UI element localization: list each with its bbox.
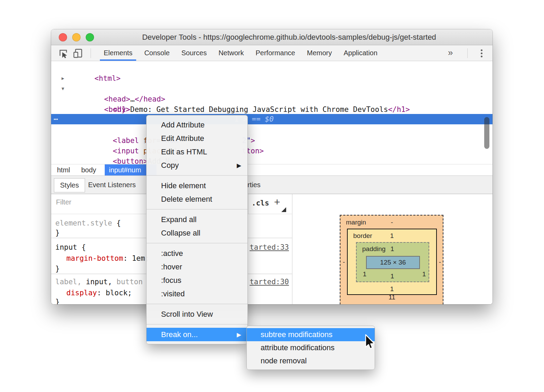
submenu-arrow-icon: ▶	[237, 328, 241, 342]
filter-group-divider	[248, 194, 248, 214]
tab-console[interactable]: Console	[138, 45, 175, 61]
inspect-element-icon[interactable]	[58, 48, 68, 60]
toolbar-divider-right	[467, 48, 468, 58]
node-options-dots-icon[interactable]: ⋯	[54, 114, 59, 124]
collapse-arrow-icon[interactable]: ▼	[62, 84, 64, 94]
panel-tabs: Elements Console Sources Network Perform…	[98, 45, 383, 61]
expand-arrow-icon[interactable]: ▶	[62, 73, 64, 84]
titlebar: Developer Tools - https://googlechrome.g…	[51, 29, 493, 45]
box-model-padding[interactable]: padding 1 1 1 1 125 × 36	[356, 242, 429, 282]
dom-row-button[interactable]: <button>Add Num tton>	[51, 146, 493, 156]
dom-row-input1-selected[interactable]: ⋯ <input placehol 1"> == $0	[51, 114, 493, 124]
box-model-diagram: margin - - - 11 1 1 border 1 1 padding 1	[340, 215, 443, 304]
tab-styles[interactable]: Styles	[54, 178, 85, 192]
tab-sources[interactable]: Sources	[176, 45, 213, 61]
context-menu: Add Attribute Edit Attribute Edit as HTM…	[146, 115, 248, 344]
dom-row-head[interactable]: ▶ <head>…</head>	[51, 73, 493, 84]
sidebar-tabs: Styles Event Listeners rties	[51, 175, 493, 194]
tab-performance[interactable]: Performance	[250, 45, 301, 61]
border-top-value[interactable]: 1	[388, 232, 396, 240]
submenu-item-subtree-modifications[interactable]: subtree modifications	[247, 328, 375, 341]
padding-bottom-value[interactable]: 1	[388, 273, 396, 280]
source-link-33[interactable]: tarted:33	[250, 242, 289, 252]
box-model-border[interactable]: border 1 1 padding 1 1 1 1 125 × 36	[347, 229, 437, 295]
screen: Developer Tools - https://googlechrome.g…	[0, 0, 544, 392]
menu-item-pseudo-active[interactable]: :active	[147, 247, 247, 260]
menu-item-expand-all[interactable]: Expand all	[147, 213, 247, 226]
padding-left-value[interactable]: 1	[361, 270, 368, 278]
tab-properties-partial[interactable]: rties	[247, 176, 261, 194]
rule-group-declaration[interactable]: display: block;	[66, 288, 132, 298]
resize-grip-icon[interactable]	[281, 207, 286, 212]
traffic-lights	[59, 33, 94, 41]
dom-row-h1[interactable]: <h1>Demo: Get Started Debugging JavaScri…	[51, 94, 493, 104]
menu-item-pseudo-visited[interactable]: :visited	[147, 287, 247, 300]
break-on-submenu: subtree modifications attribute modifica…	[246, 326, 375, 370]
padding-right-value[interactable]: 1	[420, 270, 428, 278]
tab-elements[interactable]: Elements	[98, 45, 138, 61]
cls-button[interactable]: .cls	[252, 199, 269, 207]
rule-input-close: }	[55, 264, 60, 274]
dom-row-html[interactable]: <html>	[51, 63, 493, 73]
tab-application[interactable]: Application	[338, 45, 383, 61]
dom-row-body[interactable]: ▼ <body>	[51, 84, 493, 94]
menu-item-delete-element[interactable]: Delete element	[147, 192, 247, 206]
device-toolbar-icon[interactable]	[73, 48, 84, 60]
menu-item-collapse-all[interactable]: Collapse all	[147, 226, 247, 240]
devtools-toolbar: Elements Console Sources Network Perform…	[51, 45, 493, 61]
border-bottom-value[interactable]: 1	[388, 285, 396, 293]
menu-item-break-on[interactable]: Break on...▶	[147, 328, 247, 341]
padding-label: padding	[362, 245, 386, 253]
menu-item-edit-as-html[interactable]: Edit as HTML	[147, 145, 247, 159]
margin-left-value[interactable]: -	[340, 258, 348, 266]
rule-group-selector[interactable]: label, input, button	[55, 277, 143, 287]
tab-network[interactable]: Network	[213, 45, 250, 61]
submenu-item-attribute-modifications[interactable]: attribute modifications	[247, 341, 375, 354]
margin-right-value[interactable]: -	[436, 258, 444, 266]
padding-top-value[interactable]: 1	[388, 245, 396, 253]
dollar-zero-badge: == $0	[247, 115, 274, 123]
menu-item-pseudo-focus[interactable]: :focus	[147, 274, 247, 287]
dom-row-label1[interactable]: <label for="num1">Number 1</label>	[51, 104, 493, 115]
breadcrumb: html body input#num	[51, 164, 493, 175]
submenu-arrow-icon: ▶	[237, 159, 241, 172]
breadcrumb-html[interactable]: html	[57, 164, 70, 176]
styles-pane: .cls + element.style { } input { tarted:…	[51, 194, 493, 304]
menu-item-add-attribute[interactable]: Add Attribute	[147, 118, 247, 132]
submenu-item-node-removal[interactable]: node removal	[247, 354, 375, 367]
dom-row-input2[interactable]: <input placehol 2">	[51, 135, 493, 146]
source-link-30[interactable]: tarted:30	[250, 277, 289, 287]
devtools-menu-icon[interactable]	[477, 49, 486, 58]
new-style-rule-button[interactable]: +	[274, 196, 280, 208]
window-title: Developer Tools - https://googlechrome.g…	[93, 29, 486, 45]
tab-event-listeners[interactable]: Event Listeners	[88, 176, 136, 194]
box-model-content[interactable]: 125 × 36	[366, 256, 420, 269]
dom-scrollbar-thumb[interactable]	[484, 117, 489, 149]
menu-separator	[147, 175, 247, 176]
more-tabs-icon[interactable]: »	[445, 45, 456, 61]
menu-item-scroll-into-view[interactable]: Scroll into View	[147, 307, 247, 321]
rule-input-selector[interactable]: input {	[55, 242, 86, 252]
border-label: border	[353, 232, 372, 240]
menu-item-hide-element[interactable]: Hide element	[147, 179, 247, 192]
tab-memory[interactable]: Memory	[301, 45, 338, 61]
menu-item-pseudo-hover[interactable]: :hover	[147, 260, 247, 274]
dom-row-label2[interactable]: <label for="num	[51, 125, 493, 135]
mouse-cursor-icon	[365, 334, 377, 352]
menu-separator	[147, 304, 247, 304]
margin-top-value[interactable]: -	[388, 219, 396, 226]
margin-label: margin	[346, 219, 366, 226]
pane-divider[interactable]	[292, 194, 292, 304]
toolbar-divider	[91, 48, 91, 58]
minimize-button[interactable]	[72, 33, 81, 41]
menu-item-copy[interactable]: Copy▶	[147, 159, 247, 172]
breadcrumb-body[interactable]: body	[81, 164, 96, 176]
styles-filter-input[interactable]	[56, 198, 160, 206]
rule-input-declaration[interactable]: margin-bottom: 1em;	[66, 254, 149, 263]
menu-item-edit-attribute[interactable]: Edit Attribute	[147, 132, 247, 145]
menu-separator	[147, 324, 247, 325]
close-button[interactable]	[59, 33, 67, 41]
rule-element-style[interactable]: element.style {	[55, 218, 121, 228]
box-model-margin[interactable]: margin - - - 11 1 1 border 1 1 padding 1	[340, 215, 443, 304]
rule-group-close: }	[55, 297, 60, 304]
